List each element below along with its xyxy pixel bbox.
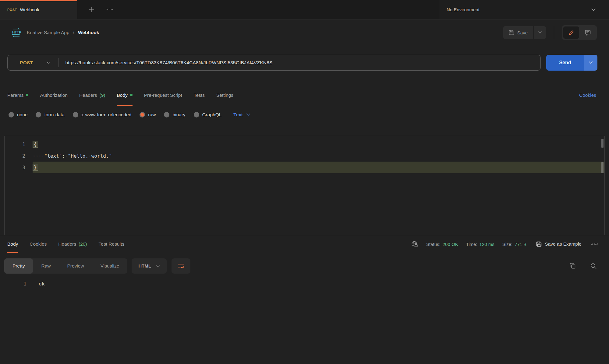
search-response-button[interactable] xyxy=(590,263,597,269)
tab-settings[interactable]: Settings xyxy=(216,85,233,106)
editor-line-2: 2 ····"text":·"Hello,·world." xyxy=(5,150,604,162)
view-preview[interactable]: Preview xyxy=(59,258,92,274)
json-value-part: world." xyxy=(91,153,112,159)
comments-button[interactable] xyxy=(580,26,596,39)
body-mode-graphql[interactable]: GraphQL xyxy=(194,112,222,117)
response-format-label: HTML xyxy=(138,264,151,268)
view-raw[interactable]: Raw xyxy=(33,258,59,274)
whitespace-dots: ···· xyxy=(33,153,44,159)
save-options-button[interactable] xyxy=(534,26,546,39)
tab-options-button[interactable] xyxy=(106,9,113,10)
editor-line-1: 1 { xyxy=(5,138,604,150)
line-number: 2 xyxy=(5,153,33,159)
environment-selector[interactable]: No Environment xyxy=(439,0,609,19)
tab-tests[interactable]: Tests xyxy=(194,85,205,106)
time-label: Time: xyxy=(466,242,477,247)
radio-icon xyxy=(9,112,14,117)
body-mode-urlencoded[interactable]: x-www-form-urlencoded xyxy=(73,112,132,117)
body-mode-form-data[interactable]: form-data xyxy=(36,112,64,117)
save-as-example-button[interactable]: Save as Example xyxy=(534,241,583,247)
tab-pre-request-script[interactable]: Pre-request Script xyxy=(144,85,182,106)
new-tab-button[interactable] xyxy=(88,6,95,13)
response-tabs-row: Body Cookies Headers (20) Test Results xyxy=(0,235,609,253)
response-tab-headers[interactable]: Headers (20) xyxy=(58,235,87,253)
body-mode-binary[interactable]: binary xyxy=(164,112,185,117)
request-body-editor[interactable]: 1 { 2 ····"text":·"Hello,·world." 3 } xyxy=(4,136,605,235)
breadcrumb-collection[interactable]: Knative Sample App xyxy=(27,30,69,35)
radio-icon xyxy=(73,112,78,117)
http-icon: HTTP xyxy=(11,28,21,37)
response-options-button[interactable] xyxy=(591,243,598,245)
editor-scrollbar-mark[interactable] xyxy=(601,162,604,173)
response-line-1: 1 ok xyxy=(0,278,609,289)
time-indicator[interactable]: Time: 120 ms xyxy=(466,242,494,247)
save-button[interactable]: Save xyxy=(503,26,533,39)
tab-body[interactable]: Body xyxy=(117,85,132,106)
header-divider xyxy=(554,26,554,39)
url-row: POST https://hooks.slack.com/services/T0… xyxy=(0,46,609,80)
response-format-selector[interactable]: HTML xyxy=(132,258,167,274)
body-mode-row: none form-data x-www-form-urlencoded raw… xyxy=(0,106,609,124)
response-tab-cookies[interactable]: Cookies xyxy=(30,235,47,253)
body-mode-raw[interactable]: raw xyxy=(140,112,156,117)
network-globe-icon xyxy=(411,240,418,248)
current-line-highlight: } xyxy=(33,162,604,173)
status-indicator[interactable]: Status: 200 OK xyxy=(426,242,458,247)
size-label: Size: xyxy=(502,242,512,247)
tab-actions xyxy=(77,0,113,19)
send-button[interactable]: Send xyxy=(546,55,584,71)
body-mode-binary-label: binary xyxy=(172,112,185,117)
tab-method-label: POST xyxy=(7,8,17,12)
postman-app: POST Webhook No Environment HTTP xyxy=(0,0,609,289)
headers-count: (9) xyxy=(99,93,105,98)
request-header-row: HTTP Knative Sample App / Webhook Save xyxy=(0,19,609,46)
response-tab-body[interactable]: Body xyxy=(7,235,18,253)
raw-language-selector[interactable]: Text xyxy=(233,112,250,117)
save-button-group: Save xyxy=(503,26,546,39)
response-tab-headers-label: Headers xyxy=(58,241,76,247)
tab-params[interactable]: Params xyxy=(7,85,28,106)
send-options-button[interactable] xyxy=(584,55,597,71)
tab-headers[interactable]: Headers (9) xyxy=(79,85,105,106)
url-input[interactable]: https://hooks.slack.com/services/T06TD83… xyxy=(65,60,272,65)
tab-body-label: Body xyxy=(117,93,127,98)
tab-authorization[interactable]: Authorization xyxy=(40,85,67,106)
view-visualize[interactable]: Visualize xyxy=(92,258,128,274)
view-pretty[interactable]: Pretty xyxy=(4,258,33,274)
response-view-switcher: Pretty Raw Preview Visualize xyxy=(4,258,127,274)
radio-icon xyxy=(36,112,41,117)
tab-params-label: Params xyxy=(7,93,23,98)
body-mode-form-data-label: form-data xyxy=(44,112,64,117)
response-meta: Status: 200 OK Time: 120 ms Size: 771 B xyxy=(411,240,598,248)
status-value: 200 OK xyxy=(443,242,458,247)
response-body-viewer[interactable]: 1 ok xyxy=(0,278,609,289)
editor-scrollbar-mark[interactable] xyxy=(601,139,604,148)
wrap-lines-button[interactable] xyxy=(172,258,190,274)
editor-line-3: 3 } xyxy=(5,162,604,173)
breadcrumb-separator: / xyxy=(73,30,74,35)
save-icon xyxy=(509,30,514,35)
body-mode-graphql-label: GraphQL xyxy=(202,112,222,117)
save-icon xyxy=(536,241,542,247)
edit-request-button[interactable] xyxy=(563,26,579,39)
response-tab-body-label: Body xyxy=(7,241,18,247)
body-mode-none[interactable]: none xyxy=(9,112,27,117)
time-value: 120 ms xyxy=(480,242,494,247)
pane-view-switcher xyxy=(562,25,597,40)
tab-title: Webhook xyxy=(20,7,39,12)
raw-language-label: Text xyxy=(233,112,243,117)
copy-response-button[interactable] xyxy=(569,263,576,269)
wrap-lines-icon xyxy=(177,263,185,269)
method-selector[interactable]: POST xyxy=(8,55,58,70)
body-mode-raw-label: raw xyxy=(148,112,156,117)
request-tab[interactable]: POST Webhook xyxy=(0,0,77,19)
cookies-link[interactable]: Cookies xyxy=(579,93,596,98)
body-active-dot xyxy=(130,94,133,96)
tab-authorization-label: Authorization xyxy=(40,93,67,98)
topbar-spacer xyxy=(113,0,439,19)
tab-settings-label: Settings xyxy=(216,93,233,98)
response-tab-test-results[interactable]: Test Results xyxy=(99,235,124,253)
size-indicator[interactable]: Size: 771 B xyxy=(502,242,527,247)
breadcrumb-request-name[interactable]: Webhook xyxy=(78,30,99,35)
tab-bar: POST Webhook No Environment xyxy=(0,0,609,19)
